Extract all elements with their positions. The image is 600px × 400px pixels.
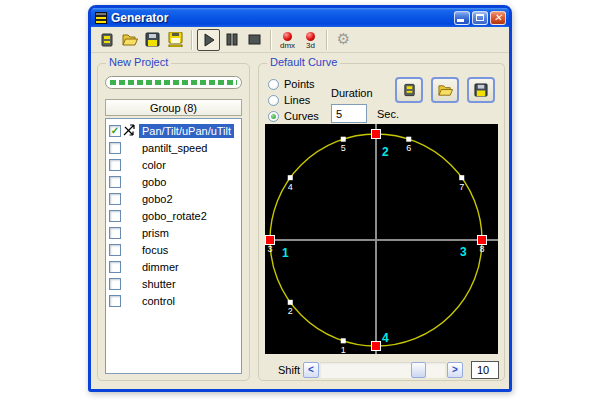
duration-unit: Sec. [377,108,399,120]
channel-checkbox[interactable] [109,176,121,188]
duration-label: Duration [331,87,373,99]
channel-checkbox[interactable]: ✓ [109,125,121,137]
step-point-label: 8 [479,244,484,254]
channel-checkbox[interactable] [109,210,121,222]
channel-label[interactable]: prism [139,226,172,240]
step-point-label: 2 [288,306,293,316]
radio-circle-icon[interactable] [268,79,279,90]
group-header-button[interactable]: Group (8) [105,99,242,116]
channel-checkbox[interactable] [109,295,121,307]
channel-row[interactable]: color [106,156,241,173]
channel-label[interactable]: gobo_rotate2 [139,209,210,223]
radio-circle-icon[interactable] [268,95,279,106]
generator-window: Generator ✕ [88,5,512,392]
channel-label[interactable]: shutter [139,277,179,291]
duration-input[interactable] [331,104,367,123]
open-file-button[interactable] [118,29,141,51]
step-point [459,175,464,180]
channel-checkbox[interactable] [109,261,121,273]
channel-list[interactable]: ✓Pan/Tilt/uPan/uTiltpantilt_speedcolorgo… [105,118,242,374]
channel-label[interactable]: control [139,294,178,308]
shift-value-box[interactable]: 10 [471,361,499,379]
stop-button[interactable] [243,29,266,51]
maximize-button[interactable] [472,11,488,25]
3d-view-button[interactable]: 3d [299,28,322,52]
settings-button[interactable]: ⚙ [332,29,355,51]
new-project-button[interactable] [95,29,118,51]
close-button[interactable]: ✕ [490,11,506,25]
channel-label[interactable]: color [139,158,169,172]
radio-lines[interactable]: Lines [268,92,319,108]
control-point[interactable] [372,130,381,139]
play-button[interactable] [197,29,220,51]
maximize-icon [476,14,484,21]
window-controls: ✕ [454,11,506,25]
channel-label[interactable]: gobo [139,175,169,189]
new-project-label: New Project [106,56,171,68]
channel-label[interactable]: Pan/Tilt/uPan/uTilt [139,124,234,138]
channel-label[interactable]: gobo2 [139,192,176,206]
scrollbar-track[interactable] [320,362,446,378]
save-as-button[interactable] [164,29,187,51]
settings-gear-icon: ⚙ [337,32,350,47]
control-point-label: 4 [382,331,389,345]
play-icon [202,33,216,47]
curve-canvas[interactable]: 123456781234 [265,124,498,354]
step-point-label: 1 [341,345,346,354]
scroll-left-button[interactable]: < [303,362,319,378]
radio-points[interactable]: Points [268,76,319,92]
icon-spacer [122,209,139,222]
channel-row[interactable]: gobo [106,173,241,190]
shift-scrollbar[interactable]: < > [303,362,463,378]
open-folder-icon [121,32,139,48]
radio-label: Curves [284,110,319,122]
channel-row[interactable]: control [106,292,241,309]
dmx-output-button[interactable]: dmx [276,28,299,52]
channel-label[interactable]: dimmer [139,260,182,274]
minimize-button[interactable] [454,11,470,25]
toolbar-separator [326,30,328,50]
channel-row[interactable]: prism [106,224,241,241]
channel-row[interactable]: pantilt_speed [106,139,241,156]
channel-row[interactable]: dimmer [106,258,241,275]
channel-row[interactable]: gobo2 [106,190,241,207]
channel-checkbox[interactable] [109,193,121,205]
3d-knob-icon [306,32,315,41]
step-point-label: 3 [267,244,272,254]
curve-save-button[interactable] [467,77,495,103]
progress-bar-fill [110,80,237,85]
channel-label[interactable]: pantilt_speed [139,141,210,155]
scroll-right-button[interactable]: > [447,362,463,378]
curve-open-button[interactable] [431,77,459,103]
radio-circle-icon[interactable] [268,111,279,122]
titlebar[interactable]: Generator ✕ [91,8,509,27]
channel-checkbox[interactable] [109,227,121,239]
channel-row[interactable]: ✓Pan/Tilt/uPan/uTilt [106,122,241,139]
icon-spacer [122,158,139,171]
channel-row[interactable]: shutter [106,275,241,292]
open-curve-icon [437,83,454,98]
pause-button[interactable] [220,29,243,51]
pan-tilt-icon [122,124,139,137]
radio-curves[interactable]: Curves [268,108,319,124]
channel-checkbox[interactable] [109,159,121,171]
channel-row[interactable]: focus [106,241,241,258]
control-point[interactable] [372,342,381,351]
save-button[interactable] [141,29,164,51]
control-point-label: 1 [282,246,289,260]
control-point[interactable] [478,236,487,245]
window-title: Generator [111,11,454,25]
channel-row[interactable]: gobo_rotate2 [106,207,241,224]
channel-label[interactable]: focus [139,243,171,257]
channel-checkbox[interactable] [109,278,121,290]
control-point-label: 3 [460,245,467,259]
channel-checkbox[interactable] [109,244,121,256]
icon-spacer [122,192,139,205]
channel-checkbox[interactable] [109,142,121,154]
curve-new-button[interactable] [395,77,423,103]
control-point[interactable] [266,236,275,245]
new-curve-icon [402,82,417,98]
icon-spacer [122,243,139,256]
radio-label: Points [284,78,315,90]
scrollbar-thumb[interactable] [411,362,426,378]
